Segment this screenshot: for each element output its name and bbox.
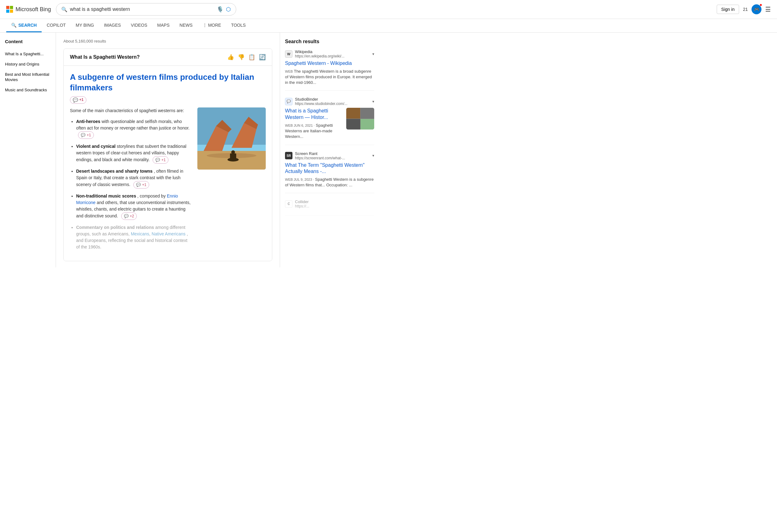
answer-box: What Is a Spaghetti Western? 👍 👎 📋 🔄 A s… bbox=[64, 48, 272, 261]
answer-body: Some of the main characteristics of spag… bbox=[70, 108, 266, 255]
studiobinder-result-title[interactable]: What is a Spaghetti Western — Histor... bbox=[285, 108, 343, 121]
thumbs-down-icon[interactable]: 👎 bbox=[238, 54, 245, 60]
content-area: About 5,160,000 results What Is a Spaghe… bbox=[56, 33, 280, 267]
screenrant-favicon: SR bbox=[285, 152, 293, 159]
nav-item-copilot[interactable]: COPILOT bbox=[42, 19, 71, 32]
collider-source: C Collider https://... bbox=[285, 200, 374, 209]
camera-icon[interactable]: ⬡ bbox=[226, 6, 231, 13]
sidebar-item-what-is[interactable]: What Is a Spaghetti... bbox=[5, 49, 51, 59]
logo-icon bbox=[6, 6, 13, 13]
desert-badge[interactable]: 💬 +1 bbox=[133, 181, 149, 188]
right-panel-title: Search results bbox=[285, 39, 374, 44]
answer-title: What Is a Spaghetti Western? bbox=[70, 54, 140, 60]
sidebar-item-best-movies[interactable]: Best and Most Influential Movies bbox=[5, 70, 51, 85]
sign-in-button[interactable]: Sign in bbox=[717, 5, 740, 14]
logo-text: Microsoft Bing bbox=[15, 6, 51, 13]
bullet-anti-heroes: Anti-heroes with questionable and selfis… bbox=[76, 118, 191, 139]
mic-icon[interactable]: 🎙️ bbox=[217, 6, 223, 13]
wikipedia-snippet: WEB The spaghetti Western is a broad sub… bbox=[285, 69, 374, 86]
nav-item-maps[interactable]: MAPS bbox=[152, 19, 175, 32]
studiobinder-thumbnail bbox=[346, 108, 374, 130]
search-result-screenrant: SR Screen Rant https://screenrant.com/wh… bbox=[285, 151, 374, 193]
nav-item-news[interactable]: NEWS bbox=[175, 19, 198, 32]
wikipedia-result-title[interactable]: Spaghetti Western - Wikipedia bbox=[285, 60, 374, 67]
bullet-music: Non-traditional music scores , composed … bbox=[76, 193, 191, 220]
sidebar-item-history[interactable]: History and Origins bbox=[5, 59, 51, 70]
sidebar-title: Content bbox=[5, 39, 51, 44]
nav-item-images[interactable]: IMAGES bbox=[99, 19, 126, 32]
answer-actions: 👍 👎 📋 🔄 bbox=[227, 54, 266, 60]
header-right: Sign in 21 🎮 ☰ bbox=[717, 4, 771, 14]
studiobinder-source-url: https://www.studiobinder.com/... bbox=[295, 102, 370, 106]
header: Microsoft Bing 🔍 🎙️ ⬡ Sign in 21 🎮 ☰ bbox=[0, 0, 777, 19]
nav-item-videos[interactable]: VIDEOS bbox=[126, 19, 152, 32]
answer-image bbox=[197, 108, 266, 169]
wikipedia-favicon: W bbox=[285, 50, 293, 58]
screenrant-source: SR Screen Rant https://screenrant.com/wh… bbox=[285, 151, 374, 160]
refresh-icon[interactable]: 🔄 bbox=[259, 54, 266, 60]
avatar[interactable]: 🎮 bbox=[752, 4, 762, 14]
screenrant-source-url: https://screenrant.com/what-... bbox=[295, 156, 370, 160]
answer-headline: A subgenre of western films produced by … bbox=[70, 72, 266, 104]
studiobinder-meta: WEB Jun 6, 2021 · bbox=[285, 124, 315, 127]
nav-item-my-bing[interactable]: MY BING bbox=[71, 19, 99, 32]
screenrant-result-title[interactable]: What The Term "Spaghetti Western" Actual… bbox=[285, 162, 374, 175]
nav-item-tools[interactable]: TOOLS bbox=[226, 19, 250, 32]
studiobinder-source-name: StudioBinder bbox=[295, 97, 370, 102]
wikipedia-source-url: https://en.wikipedia.org/wiki/... bbox=[295, 54, 370, 58]
right-panel: Search results W Wikipedia https://en.wi… bbox=[280, 33, 379, 267]
collider-source-info: Collider https://... bbox=[295, 200, 374, 209]
music-badge[interactable]: 💬 +2 bbox=[121, 213, 137, 220]
logo: Microsoft Bing bbox=[6, 6, 51, 13]
screenrant-source-name: Screen Rant bbox=[295, 151, 370, 156]
mexicans-link[interactable]: Mexicans bbox=[131, 231, 149, 236]
thumb-cell-3 bbox=[346, 119, 360, 130]
search-magnifier-icon: 🔍 bbox=[61, 7, 68, 12]
nav-bar: 🔍 SEARCH COPILOT MY BING IMAGES VIDEOS M… bbox=[0, 19, 777, 33]
studiobinder-result-with-thumb: What is a Spaghetti Western — Histor... … bbox=[285, 108, 374, 139]
collider-source-name: Collider bbox=[295, 200, 374, 204]
thumb-cell-4 bbox=[360, 119, 374, 130]
wikipedia-dropdown-arrow[interactable]: ▾ bbox=[372, 52, 374, 56]
thumbs-up-icon[interactable]: 👍 bbox=[227, 54, 234, 60]
search-result-wikipedia: W Wikipedia https://en.wikipedia.org/wik… bbox=[285, 49, 374, 91]
copy-icon[interactable]: 📋 bbox=[248, 54, 255, 60]
answer-text: Some of the main characteristics of spag… bbox=[70, 108, 191, 255]
bullet-list: Anti-heroes with questionable and selfis… bbox=[70, 118, 191, 250]
wikipedia-source-info: Wikipedia https://en.wikipedia.org/wiki/… bbox=[295, 49, 370, 58]
search-nav-icon: 🔍 bbox=[11, 23, 16, 28]
native-americans-link[interactable]: Native Americans bbox=[152, 231, 186, 236]
screenrant-meta: WEB Jul 9, 2023 · bbox=[285, 178, 314, 181]
bullet-desert: Desert landscapes and shanty towns , oft… bbox=[76, 168, 191, 188]
screenrant-snippet: WEB Jul 9, 2023 · Spaghetti Western is a… bbox=[285, 177, 374, 188]
thumb-cell-2 bbox=[360, 108, 374, 119]
main-layout: Content What Is a Spaghetti... History a… bbox=[0, 33, 777, 267]
wikipedia-source: W Wikipedia https://en.wikipedia.org/wik… bbox=[285, 49, 374, 58]
sidebar-item-music[interactable]: Music and Soundtracks bbox=[5, 85, 51, 95]
notification-count: 21 bbox=[743, 7, 748, 12]
studiobinder-favicon: 💬 bbox=[285, 98, 293, 105]
anti-heroes-badge[interactable]: 💬 +1 bbox=[78, 131, 94, 139]
nav-item-more[interactable]: ⋮ MORE bbox=[198, 19, 226, 32]
intro-text: Some of the main characteristics of spag… bbox=[70, 108, 191, 114]
results-count: About 5,160,000 results bbox=[64, 39, 272, 43]
screenrant-dropdown-arrow[interactable]: ▾ bbox=[372, 153, 374, 158]
hamburger-menu-icon[interactable]: ☰ bbox=[765, 6, 771, 13]
collider-favicon: C bbox=[285, 200, 293, 208]
studiobinder-snippet: WEB Jun 6, 2021 · Spaghetti Westerns are… bbox=[285, 123, 343, 140]
violent-badge[interactable]: 💬 +1 bbox=[152, 156, 169, 164]
bullet-violent: Violent and cynical storylines that subv… bbox=[76, 143, 191, 164]
search-input[interactable] bbox=[70, 7, 214, 12]
svg-point-10 bbox=[231, 150, 235, 154]
collider-source-url: https://... bbox=[295, 204, 374, 209]
bullet-commentary: Commentary on politics and relations amo… bbox=[76, 224, 191, 250]
screenrant-source-info: Screen Rant https://screenrant.com/what-… bbox=[295, 151, 370, 160]
headline-feedback-badge[interactable]: 💬 +1 bbox=[70, 96, 86, 104]
studiobinder-result-text: What is a Spaghetti Western — Histor... … bbox=[285, 108, 343, 139]
studiobinder-dropdown-arrow[interactable]: ▾ bbox=[372, 99, 374, 104]
wikipedia-source-name: Wikipedia bbox=[295, 49, 370, 54]
bubble-icon: 💬 bbox=[73, 97, 78, 103]
answer-content: A subgenre of western films produced by … bbox=[64, 66, 272, 261]
nav-item-search[interactable]: 🔍 SEARCH bbox=[6, 19, 42, 32]
answer-header: What Is a Spaghetti Western? 👍 👎 📋 🔄 bbox=[64, 49, 272, 66]
